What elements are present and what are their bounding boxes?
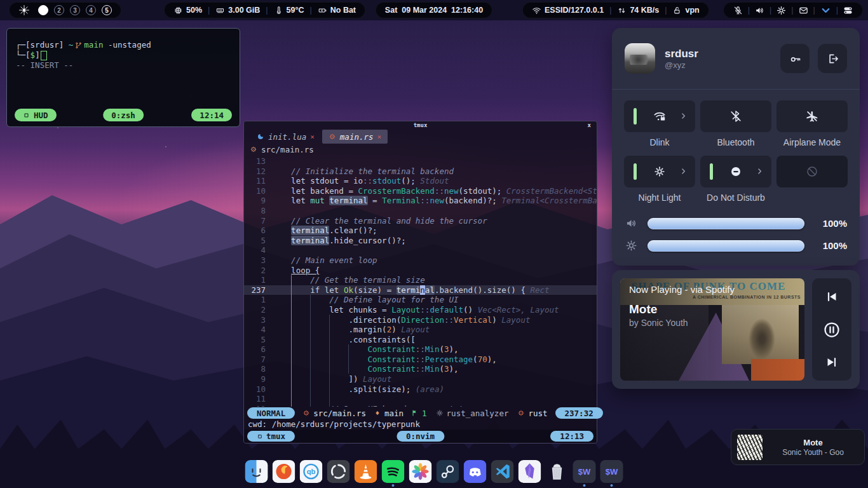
code-text: Constraint::Min(3),: [272, 364, 459, 374]
workspace-4[interactable]: 4: [86, 5, 96, 15]
toggle-bluetooth[interactable]: [700, 100, 771, 132]
previous-track-button[interactable]: [824, 289, 839, 304]
lock-keys-button[interactable]: [780, 44, 810, 73]
volume-icon[interactable]: [754, 5, 765, 16]
dock-item-vlc[interactable]: [355, 460, 377, 483]
breadcrumb-path: src/main.rs: [261, 145, 314, 154]
code-line: 7 // Clear the terminal and hide the cur…: [244, 216, 597, 226]
statusline-middle: 1 rust_analyzer rust: [411, 409, 547, 418]
tab-init.lua[interactable]: init.lua×: [250, 130, 321, 144]
dock-slot-firefox: [273, 460, 295, 483]
prompt-corner: ┌─: [16, 40, 25, 50]
dock-item-obs[interactable]: [327, 460, 350, 483]
line-number: 2: [244, 305, 272, 315]
dock-item-steam[interactable]: [437, 460, 459, 483]
toggle-label: Night Light: [639, 193, 681, 203]
lua-icon: [257, 133, 264, 140]
cursor-position: 237:32: [555, 407, 603, 419]
clock[interactable]: Sat 09 Mar 2024 12:16:40: [376, 2, 492, 18]
dock-item-sw-app[interactable]: $W: [573, 460, 596, 483]
code-line: 1 // Define layout for the UI: [244, 295, 597, 305]
dock-item-discord[interactable]: [464, 460, 487, 483]
media-notification[interactable]: Mote Sonic Youth - Goo: [731, 429, 865, 465]
logout-button[interactable]: [818, 44, 847, 73]
code-line: 9 ]) Layout: [244, 374, 597, 384]
code-line: 6 Constraint::Min(3),: [244, 344, 597, 355]
essid-value: ESSID/127.0.0.1: [545, 6, 604, 15]
album-thumbnail: [737, 435, 763, 460]
next-track-button[interactable]: [824, 355, 839, 370]
dock-item-vscode[interactable]: [491, 460, 514, 483]
prompt-line-2: └─[$]: [16, 50, 231, 60]
prompt-bracket: [: [25, 50, 31, 60]
volume-slider[interactable]: [648, 218, 804, 229]
mic-off-icon[interactable]: [733, 5, 743, 16]
sparkle-logo-icon[interactable]: [18, 4, 30, 16]
hud-window-pill[interactable]: 0:zsh: [103, 109, 144, 121]
tmux-window-pill[interactable]: 0:nvim: [397, 431, 444, 442]
user-name: srdusr: [665, 47, 698, 60]
tmux-editor-window[interactable]: tmuxx init.lua×main.rs× src/main.rs 1312…: [243, 121, 597, 444]
chevron-right-icon[interactable]: [679, 111, 688, 121]
chevron-right-icon[interactable]: [679, 166, 688, 176]
tmux-session-pill[interactable]: tmux: [247, 431, 295, 442]
toggle-airplane-mode[interactable]: [776, 100, 848, 132]
chevron-down-icon[interactable]: [820, 4, 832, 17]
toggle-night-light[interactable]: [624, 156, 695, 187]
dock-item-photos[interactable]: [409, 460, 432, 483]
dnd-icon: [729, 165, 743, 179]
code-text: loop {: [272, 266, 320, 276]
toggle-do-not-disturb[interactable]: [700, 156, 771, 187]
dock-item-file-manager[interactable]: [245, 460, 268, 483]
toggle-cell-empty: [776, 156, 848, 203]
toggle-cell-Airplane Mode: Airplane Mode: [776, 100, 848, 148]
code-line: 7 Constraint::Percentage(70),: [244, 355, 597, 365]
wifi-lock-icon: [653, 109, 667, 123]
tmux-clock-pill: 12:13: [550, 431, 593, 442]
code-editor[interactable]: 1312 // Initialize the terminal backend1…: [244, 155, 597, 407]
tab-close-icon[interactable]: ×: [377, 133, 382, 141]
code-text: let chunks = Layout::default() Vec<Rect>…: [272, 305, 559, 315]
line-number: 6: [244, 226, 272, 236]
dock-item-trash[interactable]: [546, 460, 569, 483]
dock-item-firefox[interactable]: [273, 460, 295, 483]
control-center-panel: srdusr @xyz DlinkBluetoothAirplane ModeN…: [612, 28, 860, 266]
layout-icon[interactable]: [843, 5, 853, 16]
speed-stat: 74 KB/s: [617, 6, 659, 15]
updown-arrows-icon: [617, 6, 627, 15]
gear-icon[interactable]: [776, 5, 787, 16]
mail-icon[interactable]: [798, 5, 809, 16]
chevron-right-icon[interactable]: [755, 166, 764, 176]
dock-item-qbittorrent[interactable]: qb: [300, 460, 323, 483]
hud-session-pill[interactable]: HUD: [15, 109, 57, 121]
dock-item-spotify[interactable]: [382, 460, 405, 483]
divider: [310, 6, 312, 15]
workspace-1[interactable]: [38, 5, 48, 15]
workspace-2[interactable]: 2: [54, 5, 64, 15]
toggle-blocked[interactable]: [776, 156, 848, 187]
nvim-statusline: NORMAL src/main.rs main 1 rust_analyzer …: [244, 407, 597, 419]
code-line: 10 let backend = CrosstermBackend::new(s…: [244, 186, 597, 196]
workspace-3[interactable]: 3: [70, 5, 80, 15]
toggle-dlink[interactable]: [624, 100, 695, 132]
notification-title: Mote: [768, 437, 858, 448]
window-close-button[interactable]: x: [588, 121, 591, 130]
hud-clock-label: 12:14: [200, 111, 224, 120]
hud-terminal-window[interactable]: ┌─[srdusr] ~main -unstaged └─[$] -- INSE…: [6, 28, 240, 127]
toggle-label: Bluetooth: [717, 137, 754, 148]
divider: [665, 6, 667, 15]
code-line: 3 .direction(Direction::Vertical) Layout: [244, 315, 597, 325]
dock-item-obsidian[interactable]: [519, 460, 541, 483]
album-art[interactable]: SHAPE OF PUNK TO COME A CHIMERICAL BOMBI…: [620, 278, 804, 381]
code-line: 12 // Initialize the terminal backend: [244, 166, 597, 177]
tab-close-icon[interactable]: ×: [310, 133, 315, 141]
tmux-statusbar: tmux 0:nvim 12:13: [244, 430, 597, 443]
dock-item-sw-app[interactable]: $W: [600, 460, 623, 483]
tab-main.rs[interactable]: main.rs×: [322, 130, 388, 144]
brightness-slider[interactable]: [648, 240, 804, 252]
sun-icon: [653, 165, 667, 179]
workspace-5[interactable]: 5: [102, 5, 112, 15]
code-line: 2 let chunks = Layout::default() Vec<Rec…: [244, 305, 597, 315]
pause-button[interactable]: [822, 320, 841, 339]
network-status[interactable]: ESSID/127.0.0.1 74 KB/s vpn: [522, 2, 709, 18]
